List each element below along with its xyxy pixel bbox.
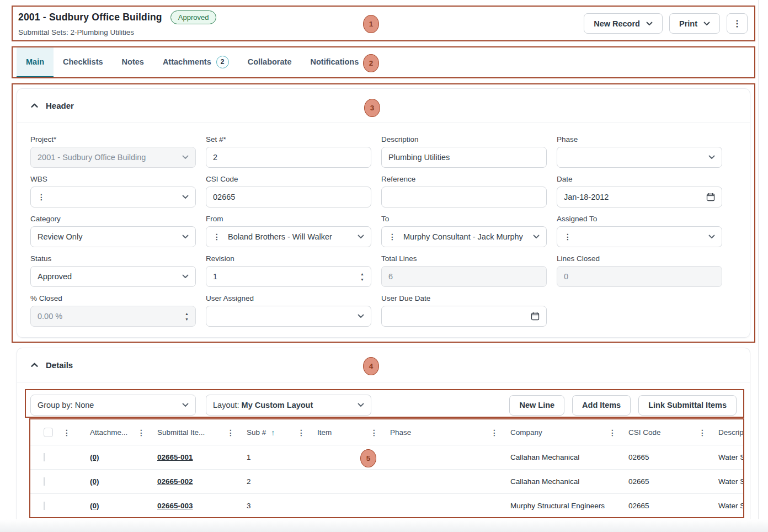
group-by-value: Group by: None (38, 401, 182, 409)
category-label: Category (30, 215, 196, 223)
lookup-kebab-icon[interactable]: ⋮ (564, 233, 572, 241)
column-menu-icon[interactable]: ⋮ (227, 428, 234, 437)
description-label: Description (381, 135, 547, 143)
user-due-date-input[interactable] (381, 306, 547, 327)
tab-checklists[interactable]: Checklists (54, 46, 113, 77)
header-section-card: Header Project* 2001 - Sudbury Office Bu… (17, 88, 750, 338)
reference-input[interactable] (381, 187, 547, 208)
group-by-select[interactable]: Group by: None (30, 395, 196, 416)
attachments-count-link[interactable]: (0) (90, 502, 99, 510)
column-header-sub-number[interactable]: Sub #↑ ⋮ (240, 428, 311, 437)
attachments-count-link[interactable]: (0) (90, 477, 99, 486)
page-right-edge (758, 0, 759, 532)
tab-notifications-label: Notifications (310, 57, 359, 66)
column-menu-icon[interactable]: ⋮ (137, 428, 145, 437)
step-down-icon[interactable]: ▼ (185, 317, 189, 321)
column-label: Phase (390, 428, 411, 437)
user-assigned-label: User Assigned (206, 294, 371, 302)
column-header-item[interactable]: Item ⋮ (311, 428, 383, 437)
submittal-item-link[interactable]: 02665-002 (157, 477, 193, 486)
column-menu-icon[interactable]: ⋮ (490, 428, 498, 437)
wbs-select[interactable]: ⋮ (30, 187, 196, 208)
layout-select[interactable]: Layout: My Custom Layout (206, 395, 371, 416)
csi-code-value: 02665 (213, 193, 364, 201)
csi-code-input[interactable]: 02665 (206, 187, 371, 208)
table-row: (0) 02665-001 1 Callahan Mechanical 0266… (30, 445, 744, 470)
tab-collaborate[interactable]: Collaborate (238, 46, 301, 77)
to-select[interactable]: ⋮ Murphy Consultant - Jack Murphy (381, 226, 547, 247)
from-select[interactable]: ⋮ Boland Brothers - Will Walker (206, 226, 371, 247)
new-line-button[interactable]: New Line (509, 395, 564, 416)
column-header-csi-code[interactable]: CSI Code ⋮ (622, 428, 712, 437)
stepper-arrows: ▲▼ (360, 272, 364, 281)
sub-number-cell: 3 (240, 502, 311, 510)
description-input[interactable]: Plumbing Utilities (381, 147, 547, 168)
column-menu-icon[interactable]: ⋮ (63, 428, 71, 437)
csi-code-cell: 02665 (622, 477, 712, 486)
row-checkbox[interactable] (44, 453, 45, 461)
total-lines-input: 6 (381, 266, 547, 287)
set-number-value: 2 (213, 153, 364, 162)
header-select-cell: ⋮ (30, 428, 83, 437)
phase-label: Phase (557, 135, 722, 143)
column-header-attachments[interactable]: Attachme... ⋮ (83, 428, 151, 437)
lines-closed-value: 0 (564, 272, 715, 281)
row-checkbox[interactable] (44, 477, 45, 486)
column-header-phase[interactable]: Phase ⋮ (383, 428, 504, 437)
column-menu-icon[interactable]: ⋮ (297, 428, 305, 437)
tab-notes[interactable]: Notes (113, 46, 153, 77)
date-value: Jan-18-2012 (564, 193, 706, 201)
project-select[interactable]: 2001 - Sudbury Office Building (30, 147, 196, 168)
tab-notifications[interactable]: Notifications (301, 46, 368, 77)
phase-select[interactable] (557, 147, 722, 168)
attachments-count-link[interactable]: (0) (90, 453, 99, 461)
pct-closed-value: 0.00 % (38, 312, 185, 321)
lookup-kebab-icon[interactable]: ⋮ (213, 233, 221, 241)
revision-stepper[interactable]: 1 ▲▼ (206, 266, 371, 287)
header-section-toggle[interactable]: Header (17, 89, 750, 123)
column-header-company[interactable]: Company ⋮ (504, 428, 622, 437)
column-menu-icon[interactable]: ⋮ (370, 428, 378, 437)
calendar-icon[interactable] (706, 193, 715, 201)
calendar-icon[interactable] (531, 312, 540, 321)
column-menu-icon[interactable]: ⋮ (698, 428, 706, 437)
tab-attachments[interactable]: Attachments 2 (153, 46, 238, 77)
to-label: To (381, 215, 547, 223)
submittal-item-link[interactable]: 02665-003 (157, 502, 193, 510)
column-header-description[interactable]: Description (712, 428, 744, 437)
column-header-submittal-item[interactable]: Submittal Ite... ⋮ (151, 428, 240, 437)
step-up-icon[interactable]: ▲ (185, 312, 189, 316)
more-actions-button[interactable]: ⋮ (727, 13, 748, 34)
tab-notes-label: Notes (122, 57, 144, 66)
column-menu-icon[interactable]: ⋮ (609, 428, 616, 437)
chevron-down-icon (182, 235, 189, 239)
details-section-card: Details Group by: None Layout: My Custom… (17, 348, 750, 530)
details-section-toggle[interactable]: Details (17, 348, 750, 382)
add-items-button[interactable]: Add Items (572, 395, 631, 416)
column-label: Company (510, 428, 542, 437)
date-input[interactable]: Jan-18-2012 (557, 187, 722, 208)
description-value: Plumbing Utilities (388, 153, 540, 162)
row-checkbox[interactable] (44, 502, 45, 510)
link-submittal-items-button[interactable]: Link Submittal Items (638, 395, 737, 416)
assigned-to-select[interactable]: ⋮ (557, 226, 722, 247)
chevron-down-icon (358, 235, 364, 239)
lookup-kebab-icon[interactable]: ⋮ (38, 193, 45, 201)
step-up-icon[interactable]: ▲ (360, 272, 364, 276)
table-row: (0) 02665-003 3 Murphy Structural Engine… (30, 494, 744, 518)
company-cell: Murphy Structural Engineers (504, 502, 622, 510)
lookup-kebab-icon[interactable]: ⋮ (388, 233, 396, 241)
category-select[interactable]: Review Only (30, 226, 196, 247)
tab-main[interactable]: Main (17, 46, 54, 77)
print-button[interactable]: Print (669, 13, 720, 34)
step-down-icon[interactable]: ▼ (360, 278, 364, 281)
submittal-item-link[interactable]: 02665-001 (157, 453, 193, 461)
new-record-button[interactable]: New Record (584, 13, 663, 34)
sub-number-cell: 1 (240, 453, 311, 461)
sort-ascending-icon: ↑ (271, 428, 275, 437)
status-select[interactable]: Approved (30, 266, 196, 287)
user-assigned-select[interactable] (206, 306, 371, 327)
set-number-input[interactable]: 2 (206, 147, 371, 168)
from-value: Boland Brothers - Will Walker (228, 232, 358, 241)
select-all-checkbox[interactable] (44, 428, 53, 437)
